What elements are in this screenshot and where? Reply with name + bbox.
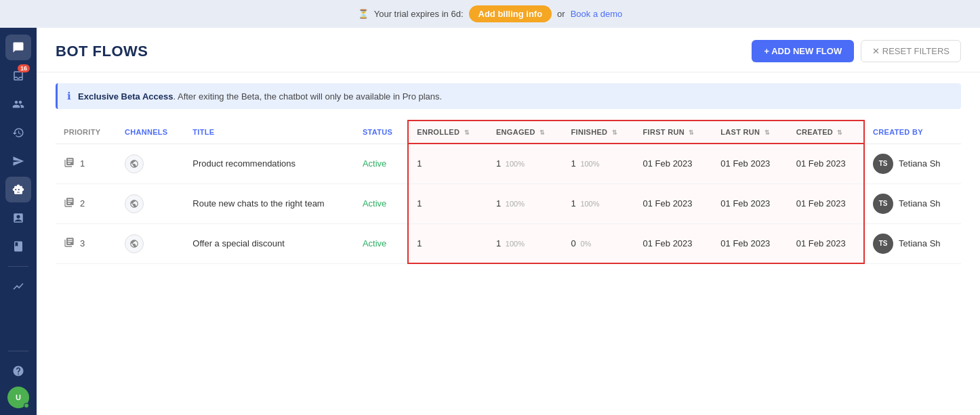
cell-title-1: Route new chats to the right team: [184, 183, 354, 223]
engaged-pct: 100%: [506, 160, 525, 168]
channel-globe-icon: [125, 234, 144, 253]
contacts-icon[interactable]: [5, 91, 31, 117]
priority-number: 2: [80, 198, 85, 209]
col-header-created[interactable]: CREATED ⇅: [788, 121, 864, 144]
user-avatar[interactable]: U: [7, 387, 29, 408]
sidebar-divider: [8, 266, 28, 267]
cell-first-run-0: 01 Feb 2023: [635, 144, 713, 183]
col-header-priority[interactable]: PRIORITY: [56, 121, 117, 144]
creator-name: Tetiana Sh: [899, 158, 940, 169]
online-indicator: [24, 403, 29, 408]
info-bold-text: Exclusive Beta Access: [78, 91, 173, 102]
cell-first-run-1: 01 Feb 2023: [635, 183, 713, 223]
finished-pct: 100%: [580, 160, 599, 168]
cell-created-by-1: TS Tetiana Sh: [864, 183, 961, 223]
cell-enrolled-1: 1: [408, 183, 488, 223]
col-header-finished[interactable]: FINISHED ⇅: [563, 121, 635, 144]
col-header-created-by[interactable]: CREATED BY: [864, 121, 961, 144]
cell-title-0: Product recommendations: [184, 144, 354, 183]
trial-banner: ⏳ Your trial expires in 6d: Add billing …: [0, 0, 980, 28]
info-banner: ℹ Exclusive Beta Access. After exiting t…: [56, 83, 961, 109]
reset-filters-button[interactable]: ✕ RESET FILTERS: [861, 40, 961, 62]
header-actions: + ADD NEW FLOW ✕ RESET FILTERS: [752, 40, 961, 62]
or-text: or: [557, 9, 565, 19]
table-row[interactable]: 2 Route new chats to the right team Acti…: [56, 183, 961, 223]
col-header-first-run[interactable]: FIRST RUN ⇅: [635, 121, 713, 144]
cell-enrolled-0: 1: [408, 144, 488, 183]
cell-finished-1: 1 100%: [563, 183, 635, 223]
col-header-enrolled[interactable]: ENROLLED ⇅: [408, 121, 488, 144]
trial-text: Your trial expires in 6d:: [374, 9, 464, 19]
content-area: BOT FLOWS + ADD NEW FLOW ✕ RESET FILTERS…: [37, 28, 980, 415]
info-icon: ℹ: [67, 90, 71, 102]
cell-finished-2: 0 0%: [563, 223, 635, 263]
priority-icon: [64, 237, 75, 250]
sort-arrows-enrolled: ⇅: [464, 129, 470, 136]
cell-priority-0: 1: [56, 144, 117, 183]
history-icon[interactable]: [5, 120, 31, 146]
inbox-icon[interactable]: 16: [5, 63, 31, 89]
cell-priority-1: 2: [56, 183, 117, 223]
book-demo-link[interactable]: Book a demo: [571, 9, 623, 19]
cell-channel-0: [117, 144, 184, 183]
cell-created-0: 01 Feb 2023: [788, 144, 864, 183]
cell-status-2: Active: [354, 223, 408, 263]
sort-arrows-created: ⇅: [837, 129, 842, 136]
col-header-channels[interactable]: CHANNELS: [117, 121, 184, 144]
priority-icon: [64, 197, 75, 210]
reports-icon[interactable]: [5, 205, 31, 231]
creator-name: Tetiana Sh: [899, 238, 940, 248]
cell-title-2: Offer a special discount: [184, 223, 354, 263]
analytics-icon[interactable]: [5, 274, 31, 299]
table-row[interactable]: 1 Product recommendations Active 1 1 100…: [56, 144, 961, 183]
table-header-row: PRIORITY CHANNELS TITLE STATUS ENROLLED …: [56, 121, 961, 144]
help-icon[interactable]: [5, 358, 31, 384]
priority-number: 3: [80, 238, 85, 248]
creator-avatar: TS: [873, 234, 893, 254]
cell-last-run-0: 01 Feb 2023: [712, 144, 788, 183]
cell-last-run-1: 01 Feb 2023: [712, 183, 788, 223]
sidebar-bottom: U: [5, 347, 31, 408]
cell-created-by-2: TS Tetiana Sh: [864, 223, 961, 263]
cell-finished-0: 1 100%: [563, 144, 635, 183]
bot-flows-table: PRIORITY CHANNELS TITLE STATUS ENROLLED …: [56, 120, 961, 264]
finished-pct: 100%: [580, 200, 599, 208]
info-rest-text: . After exiting the Beta, the chatbot wi…: [173, 91, 442, 102]
cell-status-0: Active: [354, 144, 408, 183]
priority-icon: [64, 157, 75, 170]
book-icon[interactable]: [5, 234, 31, 259]
add-billing-button[interactable]: Add billing info: [469, 5, 552, 22]
col-header-status[interactable]: STATUS: [354, 121, 408, 144]
cell-first-run-2: 01 Feb 2023: [635, 223, 713, 263]
cell-created-2: 01 Feb 2023: [788, 223, 864, 263]
col-header-title[interactable]: TITLE: [184, 121, 354, 144]
cell-priority-2: 3: [56, 223, 117, 263]
sort-arrows-engaged: ⇅: [539, 129, 545, 136]
cell-created-by-0: TS Tetiana Sh: [864, 144, 961, 183]
priority-number: 1: [80, 158, 85, 169]
page-title: BOT FLOWS: [56, 43, 148, 60]
add-new-flow-button[interactable]: + ADD NEW FLOW: [752, 40, 854, 62]
col-header-engaged[interactable]: ENGAGED ⇅: [488, 121, 563, 144]
engaged-pct: 100%: [506, 200, 525, 208]
sidebar: 16 U: [0, 28, 37, 415]
cell-created-1: 01 Feb 2023: [788, 183, 864, 223]
bot-flows-table-container: PRIORITY CHANNELS TITLE STATUS ENROLLED …: [37, 120, 980, 415]
page-header: BOT FLOWS + ADD NEW FLOW ✕ RESET FILTERS: [37, 28, 980, 72]
info-banner-text: Exclusive Beta Access. After exiting the…: [78, 91, 442, 102]
engaged-pct: 100%: [506, 240, 525, 248]
cell-last-run-2: 01 Feb 2023: [712, 223, 788, 263]
table-row[interactable]: 3 Offer a special discount Active 1 1 10…: [56, 223, 961, 263]
send-icon[interactable]: [5, 148, 31, 174]
cell-engaged-0: 1 100%: [488, 144, 563, 183]
cell-engaged-2: 1 100%: [488, 223, 563, 263]
chat-icon[interactable]: [5, 35, 31, 60]
bot-flows-icon[interactable]: [5, 177, 31, 202]
cell-channel-2: [117, 223, 184, 263]
channel-globe-icon: [125, 194, 144, 213]
col-header-last-run[interactable]: LAST RUN ⇅: [712, 121, 788, 144]
inbox-badge: 16: [18, 64, 30, 72]
hourglass-icon: ⏳: [358, 9, 369, 19]
sort-arrows-first-run: ⇅: [689, 129, 694, 136]
cell-engaged-1: 1 100%: [488, 183, 563, 223]
